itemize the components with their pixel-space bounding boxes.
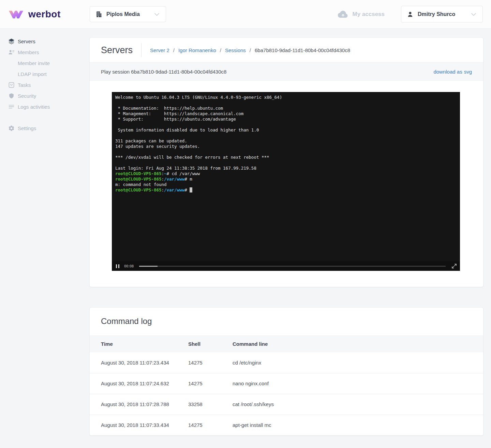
cell-command: cd /etc/nginx <box>221 352 483 373</box>
breadcrumb-link-server[interactable]: Server 2 <box>150 47 169 53</box>
table-row[interactable]: August 30, 2018 11:07:24.632 14275 nano … <box>90 373 483 394</box>
player-controls: 00:08 <box>112 261 460 271</box>
my-access-link[interactable]: My accsess <box>338 11 385 18</box>
sidebar-item-label: Members <box>18 49 39 55</box>
user-name: Dmitry Shurco <box>418 11 466 17</box>
werbot-logo-icon <box>8 9 24 20</box>
terminal-player: Welcome to Ubuntu 16.04.3 LTS (GNU/Linux… <box>112 92 460 271</box>
play-session-bar: Play session 6ba7b810-9dad-11d1-80b4-00c… <box>90 62 483 81</box>
cell-time: August 30, 2018 11:07:23.434 <box>90 352 177 373</box>
download-svg-link[interactable]: download assvg <box>433 69 472 75</box>
brand-logo[interactable]: werbot <box>8 9 90 20</box>
title-divider <box>141 43 142 57</box>
command-log-card: Command log Time Shell Command line Augu… <box>90 308 483 435</box>
table-row[interactable]: August 30, 2018 11:07:28.788 33258 cat /… <box>90 394 483 415</box>
sidebar-item-label: Security <box>18 93 36 99</box>
download-as-label: download as <box>433 69 462 75</box>
cell-time: August 30, 2018 11:07:28.788 <box>90 394 177 415</box>
session-card: Servers Server 2 / Igor Romanenko / Sess… <box>90 38 483 287</box>
sidebar-item-label: Logs activities <box>18 104 50 110</box>
brand-name: werbot <box>28 9 61 20</box>
cell-shell: 14275 <box>177 373 221 394</box>
table-header-row: Time Shell Command line <box>90 335 483 352</box>
sidebar-nav: Servers Members Member invite LDAP impor… <box>0 29 90 134</box>
cell-command: nano nginx.conf <box>221 373 483 394</box>
sidebar-item-label: Member invite <box>18 60 50 66</box>
sidebar-item-members[interactable]: Members <box>0 47 90 58</box>
sidebar-item-label: Servers <box>18 38 35 44</box>
sidebar-item-label: Settings <box>18 125 36 131</box>
logs-icon <box>8 103 15 110</box>
table-row[interactable]: August 30, 2018 11:07:33.434 14275 apt-g… <box>90 415 483 435</box>
player-progress-fill <box>139 266 158 267</box>
shield-icon <box>8 92 15 99</box>
user-icon <box>407 11 414 18</box>
main-content: Servers Server 2 / Igor Romanenko / Sess… <box>90 29 491 448</box>
cell-shell: 14275 <box>177 415 221 435</box>
sidebar-item-label: Tasks <box>18 82 31 88</box>
player-time: 00:08 <box>124 264 134 268</box>
gear-icon <box>8 125 15 132</box>
breadcrumb-link-user[interactable]: Igor Romanenko <box>178 47 216 53</box>
sidebar-item-ldap-import[interactable]: LDAP import <box>0 68 90 79</box>
company-selector[interactable]: Piplos Media <box>90 6 166 22</box>
breadcrumb-link-sessions[interactable]: Sessions <box>225 47 246 53</box>
sidebar-item-tasks[interactable]: Tasks <box>0 79 90 90</box>
breadcrumb-separator: / <box>173 47 175 53</box>
tasks-icon <box>8 81 15 88</box>
cell-command: cat /root/.ssh/keys <box>221 394 483 415</box>
top-header: werbot Piplos Media My accsess <box>0 0 491 29</box>
sidebar-item-label: LDAP import <box>18 71 47 77</box>
members-icon <box>8 49 15 56</box>
player-progress-bar[interactable] <box>139 266 446 267</box>
column-header-time: Time <box>90 335 177 352</box>
user-menu[interactable]: Dmitry Shurco <box>401 6 483 22</box>
table-row[interactable]: August 30, 2018 11:07:23.434 14275 cd /e… <box>90 352 483 373</box>
cell-time: August 30, 2018 11:07:24.632 <box>90 373 177 394</box>
cloud-upload-icon <box>338 11 348 18</box>
company-name: Piplos Media <box>106 11 149 17</box>
sidebar-item-servers[interactable]: Servers <box>0 36 90 47</box>
sidebar-item-member-invite[interactable]: Member invite <box>0 58 90 68</box>
cell-time: August 30, 2018 11:07:33.434 <box>90 415 177 435</box>
breadcrumb-separator: / <box>250 47 251 53</box>
fullscreen-button[interactable] <box>452 264 457 268</box>
terminal-output: Welcome to Ubuntu 16.04.3 LTS (GNU/Linux… <box>112 92 460 261</box>
page-header: Servers Server 2 / Igor Romanenko / Sess… <box>90 38 483 62</box>
page-title: Servers <box>101 45 133 56</box>
column-header-command-line: Command line <box>221 335 483 352</box>
command-log-title: Command log <box>90 308 483 335</box>
sidebar-item-settings[interactable]: Settings <box>0 123 90 134</box>
breadcrumb-current-session-id: 6ba7b810-9dad-11d1-80b4-00c04fd430c8 <box>255 47 350 53</box>
pause-button[interactable] <box>115 264 120 269</box>
breadcrumb-separator: / <box>220 47 221 53</box>
chevron-down-icon <box>470 11 477 18</box>
cell-command: apt-get install mc <box>221 415 483 435</box>
breadcrumb: Server 2 / Igor Romanenko / Sessions / 6… <box>150 47 350 53</box>
sidebar-item-security[interactable]: Security <box>0 90 90 101</box>
cell-shell: 14275 <box>177 352 221 373</box>
building-icon <box>95 11 102 18</box>
layers-icon <box>8 38 15 45</box>
column-header-shell: Shell <box>177 335 221 352</box>
my-access-label: My accsess <box>352 11 385 18</box>
terminal-player-wrapper: Welcome to Ubuntu 16.04.3 LTS (GNU/Linux… <box>90 81 483 287</box>
chevron-down-icon <box>153 11 160 18</box>
command-log-table: Time Shell Command line August 30, 2018 … <box>90 335 483 435</box>
play-session-title: Play session 6ba7b810-9dad-11d1-80b4-00c… <box>101 69 226 75</box>
cell-shell: 33258 <box>177 394 221 415</box>
sidebar-item-logs-activities[interactable]: Logs activities <box>0 101 90 112</box>
download-format-label: svg <box>464 69 472 75</box>
